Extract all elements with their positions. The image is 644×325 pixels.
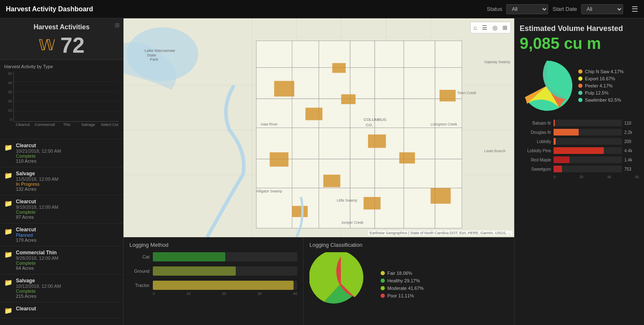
logging-classification-panel: Logging Classification (304, 238, 514, 325)
svg-rect-56 (404, 188, 435, 228)
svg-rect-65 (430, 188, 451, 204)
app-title: Harvest Activity Dashboard (6, 5, 487, 13)
activity-info: Salvage 10/12/2018, 12:00 AM Complete 21… (16, 278, 61, 299)
species-value-loblolly: 200 (624, 139, 639, 144)
species-track-sweetgum (554, 166, 622, 172)
map-layers-button[interactable]: ◎ (490, 23, 500, 32)
species-track-douglas (554, 129, 622, 136)
map-grid-button[interactable]: ⊞ (500, 23, 510, 32)
logging-method-panel: Logging Method Cat Ground (124, 238, 304, 325)
svg-rect-16 (256, 41, 292, 67)
expand-icon[interactable]: ⊞ (115, 22, 120, 28)
species-label-red-maple: Red Maple (520, 158, 551, 162)
act-title: Commercial Thin (16, 250, 59, 256)
svg-rect-61 (368, 135, 386, 148)
start-date-select[interactable]: All (581, 4, 623, 14)
volume-pie-section: Chip N Saw 4.17% Export 16.67% Peeler 4.… (520, 59, 639, 113)
legend-label-export: Export 16.67% (585, 76, 615, 81)
class-content: Fair 18.06% Healthy 29.17% Moderate 41.6… (309, 252, 508, 316)
h-bar-track-cat (153, 252, 297, 261)
h-bar-chart: Cat Ground Tractor (129, 252, 297, 290)
svg-text:Lewis Branch: Lewis Branch (484, 149, 505, 153)
svg-text:maw River: maw River (261, 122, 278, 126)
species-axis: 0 2k 4k 6k (520, 175, 639, 179)
species-track-loblolly (554, 138, 622, 145)
list-item[interactable]: 📁 Commercial Thin 9/28/2018, 12:00 AM Co… (0, 246, 123, 274)
axis-10: 10 (186, 292, 191, 296)
species-row-loblolly-pine: Loblolly Pine 4.4k (520, 147, 639, 154)
map-attribution: Earthstar Geographics | State of North C… (368, 230, 513, 235)
svg-rect-58 (274, 81, 294, 96)
center-panel: Lake Waccamaw State Park COLUMBUS CO. ma… (124, 18, 514, 325)
status-select[interactable]: All Complete In Progress Planned (506, 4, 548, 14)
species-value-red-maple: 1.4k (624, 158, 639, 162)
list-item[interactable]: 📁 Clearcut 10/21/2018, 12:00 AM Complete… (0, 139, 123, 167)
h-bar-cat: Cat (129, 252, 297, 261)
svg-rect-17 (292, 41, 319, 67)
xlabel-salvage: Salvage (79, 123, 98, 127)
act-status: Complete (16, 154, 61, 159)
folder-icon: 📁 (4, 200, 13, 207)
svg-rect-39 (319, 128, 350, 159)
axis-20: 20 (222, 292, 226, 296)
svg-rect-62 (399, 152, 415, 164)
svg-rect-68 (332, 63, 346, 73)
act-title: Salvage (16, 278, 61, 284)
list-item[interactable]: 📁 Salvage 10/12/2018, 12:00 AM Complete … (0, 274, 123, 302)
harvest-count: 𝕎 72 (4, 34, 119, 56)
species-label-loblolly-pine: Loblolly Pine (520, 148, 551, 153)
svg-text:Town Creek: Town Creek (457, 91, 477, 95)
map-home-button[interactable]: ⌂ (471, 23, 479, 32)
xlabel-commercial: Commercial (35, 123, 55, 127)
map-list-button[interactable]: ☰ (480, 23, 489, 32)
act-status: Complete (16, 261, 59, 266)
act-title: Clearcut (16, 199, 59, 205)
h-bar-fill-cat (153, 252, 225, 261)
saxis-6k: 6k (635, 175, 639, 179)
volume-legend: Chip N Saw 4.17% Export 16.67% Peeler 4.… (578, 69, 623, 102)
svg-rect-19 (350, 41, 375, 67)
list-item[interactable]: 📁 Clearcut Planned 179 Acres (0, 223, 123, 246)
svg-rect-51 (256, 188, 292, 228)
y-40: 40 (4, 81, 12, 85)
legend-label-poor: Poor 11.11% (387, 293, 414, 298)
svg-rect-28 (404, 67, 435, 99)
y-10: 10 (4, 108, 12, 113)
legend-dot-pulp (578, 91, 582, 95)
act-date: 9/28/2018, 12:00 AM (16, 256, 59, 261)
activity-info: Clearcut (16, 306, 36, 312)
act-date: 10/21/2018, 12:00 AM (16, 148, 61, 154)
act-acres: 64 Acres (16, 266, 59, 271)
act-title: Clearcut (16, 227, 36, 233)
svg-rect-26 (350, 67, 375, 99)
y-20: 20 (4, 99, 12, 103)
legend-label-pulp: Pulp 12.5% (585, 90, 608, 95)
svg-rect-43 (435, 128, 462, 159)
class-pie (309, 252, 372, 316)
menu-icon[interactable]: ☰ (631, 5, 638, 14)
svg-rect-69 (440, 90, 456, 102)
legend-dot-poor (381, 294, 385, 298)
legend-label-healthy: Healthy 29.17% (387, 278, 420, 283)
list-item[interactable]: 📁 Clearcut (0, 302, 123, 318)
svg-rect-38 (292, 128, 319, 159)
species-fill-loblolly-pine (554, 147, 604, 154)
map-area[interactable]: Lake Waccamaw State Park COLUMBUS CO. ma… (124, 18, 514, 237)
act-acres: 97 Acres (16, 215, 59, 220)
svg-rect-47 (350, 159, 375, 188)
legend-dot-healthy (381, 279, 385, 283)
legend-poor: Poor 11.11% (381, 293, 424, 298)
list-item[interactable]: 📁 Salvage 11/5/2018, 12:00 AM In Progres… (0, 167, 123, 195)
species-track-red-maple (554, 156, 622, 163)
svg-rect-63 (270, 152, 289, 166)
svg-text:Lake Waccamaw: Lake Waccamaw (144, 48, 175, 53)
legend-label-moderate: Moderate 41.67% (387, 286, 424, 291)
list-item[interactable]: 📁 Clearcut 9/19/2018, 12:00 AM Complete … (0, 195, 123, 223)
species-row-sweetgum: Sweetgum 753 (520, 166, 639, 172)
folder-icon: 📁 (4, 307, 13, 315)
h-bar-track-tractor (153, 281, 297, 290)
bottom-charts: Logging Method Cat Ground (124, 237, 514, 325)
legend-chipnsaw: Chip N Saw 4.17% (578, 69, 623, 74)
svg-rect-64 (323, 175, 340, 187)
svg-rect-21 (404, 41, 435, 67)
